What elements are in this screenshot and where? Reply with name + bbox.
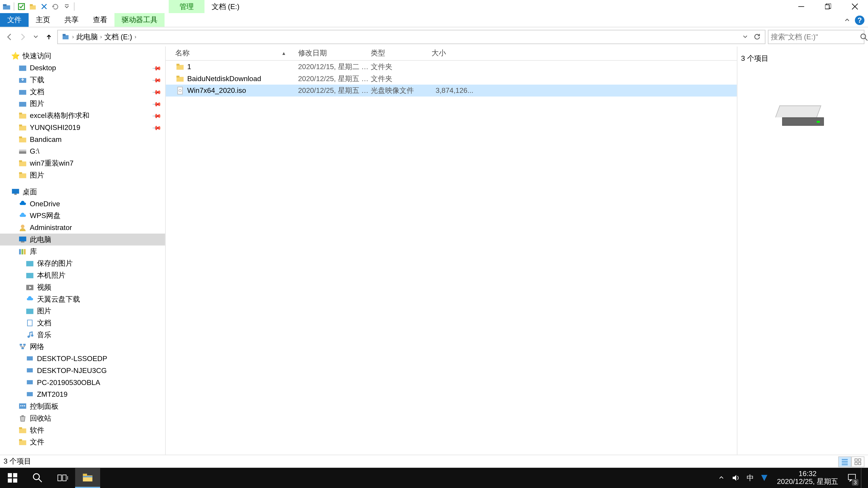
nav-back-button[interactable]: [4, 31, 16, 43]
taskbar-explorer[interactable]: [75, 468, 100, 488]
delete-icon[interactable]: [39, 1, 49, 12]
file-list[interactable]: 名称▲ 修改日期 类型 大小 12020/12/15, 星期二 1...文件夹B…: [166, 46, 737, 455]
tree-network[interactable]: 网络: [0, 341, 165, 353]
tab-view[interactable]: 查看: [86, 13, 115, 27]
search-box[interactable]: [768, 30, 864, 44]
tree-control-panel[interactable]: 控制面板: [0, 400, 165, 412]
tray-volume-icon[interactable]: [729, 468, 742, 488]
tree-documents[interactable]: 文档📌: [0, 86, 165, 98]
tree-savedpics[interactable]: 保存的图片: [0, 257, 165, 269]
nav-history-dropdown[interactable]: [30, 31, 42, 43]
tree-yunqishi[interactable]: YUNQISHI2019📌: [0, 122, 165, 133]
chevron-right-icon[interactable]: ›: [71, 34, 75, 40]
tab-file[interactable]: 文件: [0, 13, 29, 27]
file-row[interactable]: BaiduNetdiskDownload2020/12/25, 星期五 1...…: [166, 73, 737, 85]
column-name[interactable]: 名称▲: [166, 48, 298, 59]
notification-center-icon[interactable]: 3: [844, 468, 860, 488]
controlpanel-icon: [18, 402, 27, 411]
breadcrumb-drive[interactable]: 文档 (E:): [103, 32, 133, 42]
breadcrumb-root[interactable]: [60, 33, 71, 41]
file-row[interactable]: 12020/12/15, 星期二 1...文件夹: [166, 61, 737, 73]
tree-pc3[interactable]: PC-20190530OBLA: [0, 377, 165, 389]
qat-dropdown-icon[interactable]: [61, 1, 72, 12]
nav-tree[interactable]: ⭐快速访问 Desktop📌 下载📌 文档📌 图片📌 excel表格制作求和📌 …: [0, 46, 166, 455]
tree-wps[interactable]: WPS网盘: [0, 210, 165, 222]
address-dropdown-icon[interactable]: [740, 32, 750, 42]
tree-files[interactable]: 文件: [0, 436, 165, 448]
tree-software[interactable]: 软件: [0, 424, 165, 436]
tree-excel[interactable]: excel表格制作求和📌: [0, 109, 165, 122]
column-date[interactable]: 修改日期: [298, 48, 371, 59]
column-size[interactable]: 大小: [432, 48, 473, 59]
svg-rect-32: [24, 249, 26, 254]
taskview-button[interactable]: [50, 468, 75, 488]
start-button[interactable]: [0, 468, 25, 488]
tree-library[interactable]: 库: [0, 246, 165, 258]
tree-zdesktop[interactable]: 桌面: [0, 186, 165, 198]
tree-docs3[interactable]: 文档: [0, 317, 165, 329]
ribbon-collapse-icon[interactable]: [843, 16, 851, 24]
taskbar-clock[interactable]: 16:32 2020/12/25, 星期五: [772, 470, 843, 486]
show-desktop-button[interactable]: [861, 468, 864, 488]
tree-this-pc[interactable]: 此电脑: [0, 234, 165, 246]
tree-localpics[interactable]: 本机照片: [0, 269, 165, 281]
maximize-button[interactable]: [814, 0, 841, 13]
breadcrumb-computer[interactable]: 此电脑: [75, 32, 99, 42]
address-bar[interactable]: › 此电脑 › 文档 (E:) ›: [57, 30, 765, 44]
tree-desktop[interactable]: Desktop📌: [0, 62, 165, 74]
tree-gdrive[interactable]: G:\: [0, 145, 165, 158]
search-button[interactable]: [25, 468, 50, 488]
new-folder-icon[interactable]: [27, 1, 38, 12]
view-details-button[interactable]: [838, 456, 851, 467]
chevron-right-icon[interactable]: ›: [99, 34, 103, 40]
tab-share[interactable]: 共享: [57, 13, 86, 27]
file-date: 2020/12/25, 星期五 1...: [298, 86, 371, 96]
tree-recycle[interactable]: 回收站: [0, 412, 165, 424]
tree-downloads[interactable]: 下载📌: [0, 74, 165, 86]
tree-music[interactable]: 音乐: [0, 329, 165, 341]
svg-rect-16: [19, 125, 22, 126]
app-icon[interactable]: [1, 1, 12, 12]
undo-icon[interactable]: [50, 1, 61, 12]
help-icon[interactable]: ?: [855, 15, 864, 25]
nav-up-button[interactable]: [43, 31, 55, 43]
tree-bandicam[interactable]: Bandicam: [0, 133, 165, 145]
user-icon: [18, 223, 27, 232]
computer-icon: [18, 235, 27, 244]
view-icons-button[interactable]: [851, 456, 864, 467]
svg-rect-19: [19, 151, 26, 154]
svg-rect-65: [859, 462, 861, 464]
tree-pictures2[interactable]: 图片: [0, 169, 165, 181]
tree-pics3[interactable]: 图片: [0, 305, 165, 317]
picture-icon: [25, 270, 35, 280]
tree-pictures[interactable]: 图片📌: [0, 98, 165, 110]
download-icon: [18, 75, 27, 85]
minimize-button[interactable]: [787, 0, 814, 13]
tree-quick-access[interactable]: ⭐快速访问: [0, 50, 165, 62]
svg-rect-41: [23, 344, 26, 346]
tree-video[interactable]: 视频: [0, 281, 165, 293]
tray-ime[interactable]: 中: [743, 468, 756, 488]
tree-onedrive[interactable]: OneDrive: [0, 198, 165, 210]
tree-pc1[interactable]: DESKTOP-LSSOEDP: [0, 353, 165, 365]
tree-admin[interactable]: Administrator: [0, 222, 165, 234]
tab-drive-tools[interactable]: 驱动器工具: [114, 13, 164, 27]
refresh-icon[interactable]: [752, 32, 763, 42]
properties-icon[interactable]: [16, 1, 27, 12]
tray-security-icon[interactable]: [758, 468, 771, 488]
column-type[interactable]: 类型: [371, 48, 432, 59]
tree-pc4[interactable]: ZMT2019: [0, 389, 165, 400]
tree-win7[interactable]: win7重装win7: [0, 157, 165, 169]
tree-pc2[interactable]: DESKTOP-NJEU3CG: [0, 365, 165, 377]
close-button[interactable]: [841, 0, 868, 13]
picture-icon: [18, 99, 27, 108]
chevron-right-icon[interactable]: ›: [133, 34, 137, 40]
tree-tycloud[interactable]: 天翼云盘下载: [0, 293, 165, 305]
file-row[interactable]: Win7x64_2020.iso2020/12/25, 星期五 1...光盘映像…: [166, 85, 737, 97]
svg-rect-54: [19, 440, 26, 445]
nav-forward-button[interactable]: [17, 31, 29, 43]
tab-home[interactable]: 主页: [29, 13, 57, 27]
search-input[interactable]: [771, 33, 860, 41]
tray-chevron-icon[interactable]: [715, 468, 728, 488]
search-icon[interactable]: [860, 33, 868, 41]
